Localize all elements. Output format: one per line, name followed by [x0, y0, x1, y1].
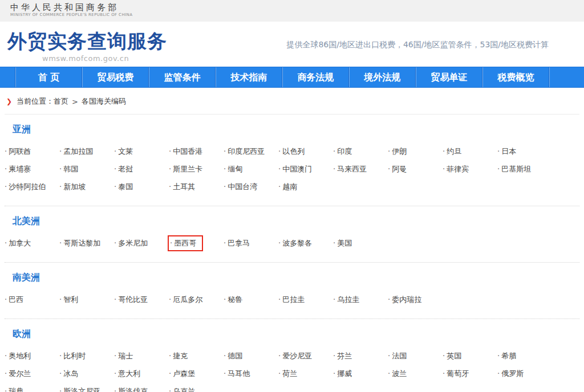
bullet-icon: · — [388, 147, 390, 156]
country-link[interactable]: 法国 — [392, 352, 407, 360]
country-link[interactable]: 乌拉圭 — [337, 295, 359, 304]
country-link[interactable]: 斯洛文尼亚 — [63, 387, 100, 392]
country-link[interactable]: 阿曼 — [392, 165, 407, 173]
country-link[interactable]: 伊朗 — [392, 147, 407, 156]
breadcrumb-home-link[interactable]: 首页 — [54, 96, 68, 107]
country-link[interactable]: 缅甸 — [228, 165, 242, 173]
country-link[interactable]: 中国香港 — [173, 147, 202, 156]
country-link[interactable]: 墨西哥 — [174, 239, 196, 247]
country-link[interactable]: 奥地利 — [9, 352, 31, 360]
country-link[interactable]: 意大利 — [118, 369, 140, 378]
country-link[interactable]: 俄罗斯 — [501, 369, 524, 378]
country-link[interactable]: 智利 — [63, 295, 78, 304]
country-link[interactable]: 巴拉圭 — [282, 295, 305, 304]
nav-tab-1[interactable]: 首 页 — [16, 67, 82, 87]
country-item: ·葡萄牙 — [443, 365, 497, 382]
bullet-icon: · — [333, 369, 335, 378]
country-link[interactable]: 卢森堡 — [173, 369, 195, 378]
country-item: ·俄罗斯 — [497, 365, 552, 382]
country-link[interactable]: 瑞士 — [118, 352, 133, 360]
country-link[interactable]: 越南 — [282, 182, 297, 191]
country-link[interactable]: 芬兰 — [337, 352, 352, 360]
nav-tab-2[interactable]: 贸易税费 — [83, 67, 148, 87]
country-link[interactable]: 老挝 — [118, 165, 133, 173]
country-link[interactable]: 阿联酋 — [9, 147, 31, 156]
country-link[interactable]: 马来西亚 — [337, 165, 367, 173]
country-link[interactable]: 巴西 — [9, 295, 23, 304]
country-link[interactable]: 波多黎各 — [282, 239, 312, 247]
country-link[interactable]: 委内瑞拉 — [392, 295, 421, 304]
country-link[interactable]: 多米尼加 — [118, 239, 148, 247]
breadcrumb: ❯ 当前位置： 首页 > 各国海关编码 — [0, 88, 584, 114]
country-link[interactable]: 菲律宾 — [447, 165, 469, 173]
country-link[interactable]: 德国 — [228, 352, 242, 360]
country-link[interactable]: 波兰 — [392, 369, 407, 378]
nav-tab-6[interactable]: 境外法规 — [350, 67, 415, 87]
country-item: ·沙特阿拉伯 — [5, 178, 59, 195]
country-link[interactable]: 美国 — [337, 239, 352, 247]
country-link[interactable]: 挪威 — [337, 369, 352, 378]
country-link[interactable]: 印度 — [337, 147, 352, 156]
country-item: ·瑞典 — [5, 382, 59, 392]
country-link[interactable]: 希腊 — [501, 352, 516, 360]
country-link[interactable]: 荷兰 — [282, 369, 297, 378]
country-item: ·智利 — [59, 291, 114, 308]
country-link[interactable]: 瑞典 — [9, 387, 23, 392]
country-link[interactable]: 以色列 — [282, 147, 305, 156]
bullet-icon: · — [169, 147, 171, 156]
country-item: ·印度 — [333, 142, 388, 160]
country-link[interactable]: 柬埔寨 — [9, 165, 31, 173]
bullet-icon: · — [443, 352, 445, 360]
country-item: ·斯洛伐克 — [114, 382, 169, 392]
bullet-icon: · — [278, 182, 281, 191]
bullet-icon: · — [224, 369, 226, 378]
country-link[interactable]: 比利时 — [63, 352, 86, 360]
country-link[interactable]: 捷克 — [173, 352, 188, 360]
country-link[interactable]: 斯洛伐克 — [118, 387, 148, 392]
country-link[interactable]: 孟加拉国 — [63, 147, 93, 156]
nav-tab-4[interactable]: 技术指南 — [216, 67, 282, 87]
country-item: ·日本 — [497, 142, 552, 160]
country-link[interactable]: 巴基斯坦 — [501, 165, 531, 173]
nav-tab-7[interactable]: 贸易单证 — [416, 67, 482, 87]
country-link[interactable]: 土耳其 — [173, 182, 195, 191]
bullet-icon: · — [5, 182, 7, 191]
country-link[interactable]: 沙特阿拉伯 — [9, 182, 46, 191]
bullet-icon: · — [443, 147, 445, 156]
country-link[interactable]: 泰国 — [118, 182, 133, 191]
bullet-icon: · — [114, 239, 116, 247]
country-link[interactable]: 文莱 — [118, 147, 133, 156]
country-link[interactable]: 厄瓜多尔 — [173, 295, 202, 304]
nav-tab-3[interactable]: 监管条件 — [149, 67, 215, 87]
continent-title: 欧洲 — [13, 328, 579, 340]
country-link[interactable]: 哥伦比亚 — [118, 295, 148, 304]
country-link[interactable]: 马耳他 — [228, 369, 250, 378]
country-item: ·爱沙尼亚 — [278, 347, 333, 365]
country-link[interactable]: 英国 — [447, 352, 461, 360]
country-link[interactable]: 加拿大 — [9, 239, 31, 247]
country-link[interactable]: 爱尔兰 — [9, 369, 31, 378]
country-link[interactable]: 新加坡 — [63, 182, 86, 191]
country-link[interactable]: 葡萄牙 — [447, 369, 469, 378]
bullet-icon: · — [114, 182, 116, 191]
nav-tab-8[interactable]: 税费概览 — [483, 67, 549, 87]
country-link[interactable]: 约旦 — [447, 147, 461, 156]
country-link[interactable]: 日本 — [501, 147, 516, 156]
country-link[interactable]: 中国澳门 — [282, 165, 312, 173]
nav-tab-5[interactable]: 商务法规 — [283, 67, 348, 87]
country-link[interactable]: 印度尼西亚 — [228, 147, 265, 156]
country-link[interactable]: 乌克兰 — [173, 387, 195, 392]
country-link[interactable]: 中国台湾 — [228, 182, 257, 191]
country-link[interactable]: 哥斯达黎加 — [63, 239, 100, 247]
bullet-icon: · — [169, 369, 171, 378]
country-item: ·阿联酋 — [5, 142, 59, 160]
country-item: ·多米尼加 — [114, 234, 169, 252]
country-link[interactable]: 巴拿马 — [228, 239, 250, 247]
country-link[interactable]: 冰岛 — [63, 369, 78, 378]
site-url: wmsw.mofcom.gov.cn — [42, 54, 129, 63]
bullet-icon: · — [59, 295, 62, 304]
country-link[interactable]: 韩国 — [63, 165, 78, 173]
country-link[interactable]: 爱沙尼亚 — [282, 352, 312, 360]
country-link[interactable]: 秘鲁 — [228, 295, 242, 304]
country-link[interactable]: 斯里兰卡 — [173, 165, 202, 173]
